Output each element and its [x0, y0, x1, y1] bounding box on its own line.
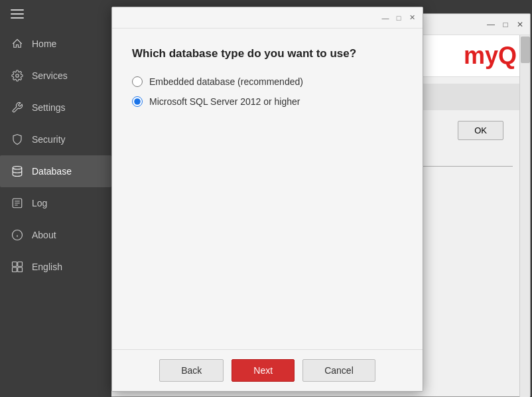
svg-point-1: [13, 167, 22, 170]
bg-ok-button[interactable]: OK: [458, 121, 503, 140]
dialog-content: Which database type do you want to use? …: [112, 29, 423, 349]
database-dialog: — □ ✕ Which database type do you want to…: [111, 7, 423, 392]
language-icon: [11, 260, 24, 274]
bg-maximize-button[interactable]: □: [501, 20, 510, 29]
mssql-radio[interactable]: [132, 96, 143, 107]
svg-rect-9: [18, 268, 23, 272]
dialog-minimize-button[interactable]: —: [380, 13, 391, 23]
sidebar-item-services[interactable]: Services: [0, 60, 111, 92]
embedded-db-option[interactable]: Embedded database (recommended): [132, 76, 403, 87]
embedded-db-radio[interactable]: [132, 76, 143, 87]
sidebar-item-language[interactable]: English: [0, 251, 111, 283]
mssql-option[interactable]: Microsoft SQL Server 2012 or higher: [132, 96, 403, 107]
dialog-close-button[interactable]: ✕: [407, 13, 417, 23]
myq-logo-black: my: [464, 42, 498, 69]
database-options: Embedded database (recommended) Microsof…: [132, 76, 403, 107]
dialog-title: Which database type do you want to use?: [132, 47, 403, 60]
dialog-titlebar: — □ ✕: [112, 7, 423, 29]
bg-scrollbar[interactable]: [519, 35, 530, 397]
about-icon: [11, 228, 24, 242]
hamburger-icon: [11, 9, 101, 19]
cancel-button[interactable]: Cancel: [302, 359, 375, 382]
bg-minimize-button[interactable]: —: [486, 20, 496, 29]
svg-rect-6: [13, 262, 17, 267]
back-button[interactable]: Back: [159, 359, 224, 382]
bg-scroll-thumb[interactable]: [521, 37, 530, 63]
mssql-label: Microsoft SQL Server 2012 or higher: [149, 96, 300, 107]
myq-logo: myQ: [464, 42, 517, 70]
sidebar: Home Services Settings Security Database…: [0, 0, 111, 397]
sidebar-label-language: English: [32, 262, 62, 272]
sidebar-label-security: Security: [32, 134, 66, 145]
sidebar-label-settings: Settings: [32, 102, 66, 113]
svg-rect-8: [13, 268, 17, 272]
sidebar-item-about[interactable]: About: [0, 219, 111, 251]
log-icon: [11, 197, 24, 210]
sidebar-label-home: Home: [32, 39, 56, 49]
bg-close-button[interactable]: ✕: [515, 20, 525, 29]
sidebar-item-home[interactable]: Home: [0, 28, 111, 60]
hamburger-menu[interactable]: [0, 0, 111, 28]
svg-rect-7: [18, 262, 23, 267]
services-icon: [11, 69, 24, 82]
myq-logo-red: Q: [498, 42, 517, 69]
sidebar-item-log[interactable]: Log: [0, 187, 111, 219]
next-button[interactable]: Next: [232, 359, 295, 382]
sidebar-label-about: About: [32, 230, 56, 240]
sidebar-item-settings[interactable]: Settings: [0, 92, 111, 123]
dialog-footer: Back Next Cancel: [112, 349, 423, 391]
sidebar-label-database: Database: [32, 166, 72, 177]
sidebar-item-database[interactable]: Database: [0, 155, 111, 187]
sidebar-label-log: Log: [32, 198, 47, 208]
database-icon: [11, 165, 24, 178]
sidebar-item-security[interactable]: Security: [0, 123, 111, 155]
dialog-maximize-button[interactable]: □: [393, 13, 404, 23]
home-icon: [11, 37, 24, 50]
sidebar-label-services: Services: [32, 70, 68, 81]
svg-point-0: [16, 74, 19, 78]
settings-icon: [11, 101, 24, 114]
security-icon: [11, 133, 24, 146]
embedded-db-label: Embedded database (recommended): [149, 76, 303, 87]
